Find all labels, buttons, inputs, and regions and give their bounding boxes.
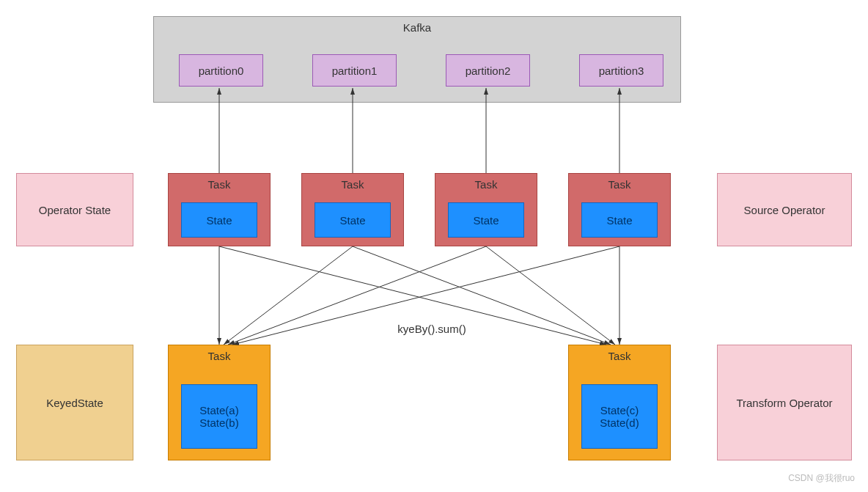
partition-0: partition0 <box>179 54 263 87</box>
svg-line-10 <box>486 246 615 345</box>
source-task-1-state: State <box>315 202 391 238</box>
partition-0-label: partition0 <box>199 65 244 77</box>
source-task-3-label: Task <box>608 178 631 191</box>
transform-task-right-state: State(c) State(d) <box>581 384 658 449</box>
partition-2-label: partition2 <box>466 65 511 77</box>
state-c-label: State(c) <box>600 404 639 416</box>
partition-1: partition1 <box>312 54 397 87</box>
source-task-3-state: State <box>581 202 658 238</box>
transform-task-right-label: Task <box>608 350 631 362</box>
source-operator-panel: Source Operator <box>717 173 852 246</box>
partition-3-label: partition3 <box>599 65 644 77</box>
transform-task-left-label: Task <box>208 350 231 362</box>
state-b-label: State(b) <box>199 416 238 429</box>
source-task-1-label: Task <box>342 178 364 191</box>
svg-line-5 <box>224 246 353 345</box>
kafka-title: Kafka <box>403 21 431 34</box>
watermark: CSDN @我很ruo <box>788 472 855 485</box>
operator-state-panel: Operator State <box>16 173 133 246</box>
source-task-2-state-label: State <box>473 214 499 227</box>
source-task-1-state-label: State <box>339 214 365 227</box>
keyed-state-panel: KeyedState <box>16 345 133 460</box>
keyby-sum-text: kyeBy().sum() <box>397 323 466 335</box>
state-a-label: State(a) <box>199 404 238 416</box>
source-task-0-label: Task <box>208 178 231 191</box>
source-operator-label: Source Operator <box>744 204 825 216</box>
operator-state-label: Operator State <box>39 204 111 216</box>
partition-1-label: partition1 <box>332 65 378 77</box>
transform-operator-label: Transform Operator <box>736 397 832 409</box>
keyed-state-label: KeyedState <box>46 397 103 409</box>
partition-3: partition3 <box>579 54 663 87</box>
transform-task-left-state: State(a) State(b) <box>181 384 257 449</box>
watermark-text: CSDN @我很ruo <box>788 473 855 483</box>
source-task-3-state-label: State <box>606 214 632 227</box>
keyby-sum-label: kyeBy().sum() <box>384 323 479 335</box>
state-d-label: State(d) <box>600 416 639 429</box>
transform-operator-panel: Transform Operator <box>717 345 852 460</box>
source-task-0-state-label: State <box>206 214 232 227</box>
source-task-2-label: Task <box>475 178 498 191</box>
partition-2: partition2 <box>446 54 530 87</box>
source-task-2-state: State <box>448 202 524 238</box>
source-task-0-state: State <box>181 202 257 238</box>
